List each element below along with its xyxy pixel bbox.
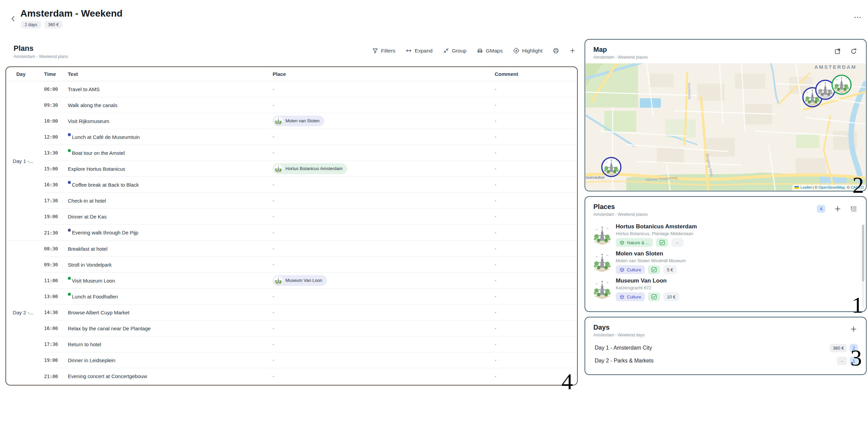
plan-comment-cell[interactable]: -: [495, 357, 577, 363]
more-options-icon[interactable]: ⋯: [854, 13, 862, 22]
plan-row[interactable]: 13:30 Boat tour on the Amstel - -: [44, 145, 577, 161]
plan-time-cell[interactable]: 06:00: [44, 86, 68, 92]
plan-row[interactable]: 21:00 Evening concert at Concertgebouw -…: [44, 368, 577, 384]
plan-time-cell[interactable]: 19:00: [44, 357, 68, 363]
place-chip[interactable]: Molen van Sloten: [273, 116, 324, 126]
plan-place-cell[interactable]: -: [273, 102, 495, 108]
plan-place-cell[interactable]: Hortus Botanicus Amsterdam: [273, 163, 495, 174]
plan-text-cell[interactable]: Boat tour on the Amstel: [68, 150, 273, 156]
filters-button[interactable]: Filters: [372, 47, 395, 54]
plan-time-cell[interactable]: 16:00: [44, 326, 68, 331]
plan-comment-cell[interactable]: -: [495, 102, 577, 108]
plan-row[interactable]: 09:30 Walk along the canals - -: [44, 97, 577, 113]
place-list-item[interactable]: Museum Van Loon Keizersgracht 672 Cultur…: [585, 276, 866, 303]
plan-row[interactable]: 10:00 Visit Rijksmuseum Molen van Sloten…: [44, 113, 577, 129]
plan-comment-cell[interactable]: -: [495, 213, 577, 220]
plan-time-cell[interactable]: 17:30: [44, 341, 68, 347]
plan-comment-cell[interactable]: -: [495, 325, 577, 331]
plan-row[interactable]: 14:30 Browse Albert Cuyp Market - -: [44, 305, 577, 320]
plan-comment-cell[interactable]: -: [495, 118, 577, 124]
refresh-icon[interactable]: [850, 48, 857, 55]
plan-time-cell[interactable]: 09:30: [44, 262, 68, 267]
plan-text-cell[interactable]: Dinner in Leidseplein: [68, 357, 273, 363]
plan-time-cell[interactable]: 16:30: [44, 182, 68, 187]
plan-comment-cell[interactable]: -: [495, 341, 577, 347]
place-list-item[interactable]: Molen van Sloten Molen van Sloten Windmi…: [585, 249, 866, 276]
plan-row[interactable]: 17:30 Return to hotel - -: [44, 336, 577, 352]
plan-place-cell[interactable]: -: [273, 357, 495, 363]
plan-comment-cell[interactable]: -: [495, 182, 577, 188]
plan-place-cell[interactable]: Museum Van Loon: [273, 275, 495, 286]
plan-place-cell[interactable]: -: [273, 262, 495, 268]
plan-row[interactable]: 09:30 Stroll in Vondelpark - -: [44, 257, 577, 273]
plan-comment-cell[interactable]: -: [495, 134, 577, 140]
add-day-icon[interactable]: [850, 326, 857, 333]
highlight-button[interactable]: Highlight: [513, 47, 542, 54]
plan-text-cell[interactable]: Walk along the canals: [68, 102, 273, 108]
day-group-label[interactable]: Day 1 -...: [6, 81, 40, 241]
plan-time-cell[interactable]: 19:00: [44, 214, 68, 219]
plan-time-cell[interactable]: 13:30: [44, 150, 68, 155]
plan-row[interactable]: 15:00 Explore Hortus Botanicus Hortus Bo…: [44, 161, 577, 177]
plan-time-cell[interactable]: 14:30: [44, 310, 68, 315]
category-chip[interactable]: Culture: [616, 265, 645, 274]
back-button[interactable]: [8, 14, 18, 24]
plan-text-cell[interactable]: Evening concert at Concertgebouw: [68, 373, 273, 379]
group-button[interactable]: Group: [443, 47, 467, 54]
plan-text-cell[interactable]: Visit Rijksmuseum: [68, 118, 273, 124]
plan-comment-cell[interactable]: -: [495, 198, 577, 204]
plan-text-cell[interactable]: Browse Albert Cuyp Market: [68, 310, 273, 315]
plan-time-cell[interactable]: 11:00: [44, 278, 68, 283]
plan-time-cell[interactable]: 21:00: [44, 374, 68, 379]
plan-text-cell[interactable]: Lunch at Café de Museumtuin: [68, 134, 273, 140]
plan-text-cell[interactable]: Coffee break at Back to Black: [68, 182, 273, 188]
plan-time-cell[interactable]: 17:30: [44, 198, 68, 203]
list-checks-icon[interactable]: [850, 205, 857, 212]
plan-place-cell[interactable]: -: [273, 150, 495, 156]
plan-place-cell[interactable]: -: [273, 198, 495, 204]
plan-row[interactable]: 19:00 Dinner at De Kas - -: [44, 209, 577, 225]
plan-place-cell[interactable]: -: [273, 134, 495, 140]
plan-time-cell[interactable]: 13:00: [44, 294, 68, 299]
plan-row[interactable]: 16:00 Relax by the canal near De Plantag…: [44, 320, 577, 336]
plan-place-cell[interactable]: -: [273, 230, 495, 236]
plan-row[interactable]: 19:00 Dinner in Leidseplein - -: [44, 352, 577, 368]
visited-checkbox[interactable]: [648, 292, 660, 301]
plan-text-cell[interactable]: Travel to AMS: [68, 86, 273, 92]
plan-row[interactable]: 06:00 Travel to AMS - -: [44, 81, 577, 97]
plan-place-cell[interactable]: -: [273, 325, 495, 331]
day-list-item[interactable]: Day 1 - Amsterdam City 360 € 2: [585, 341, 866, 354]
plan-place-cell[interactable]: -: [273, 246, 495, 252]
plan-comment-cell[interactable]: -: [495, 230, 577, 236]
plan-row[interactable]: 11:00 Visit Museum Loon Museum Van Loon …: [44, 273, 577, 289]
plan-place-cell[interactable]: -: [273, 182, 495, 188]
plan-place-cell[interactable]: -: [273, 341, 495, 347]
plan-text-cell[interactable]: Stroll in Vondelpark: [68, 262, 273, 268]
plan-text-cell[interactable]: Visit Museum Loon: [68, 278, 273, 284]
plan-row[interactable]: 21:30 Evening walk through De Pijp - -: [44, 225, 577, 241]
place-chip[interactable]: Hortus Botanicus Amsterdam: [273, 163, 347, 174]
plan-time-cell[interactable]: 09:30: [44, 102, 68, 108]
plan-place-cell[interactable]: -: [273, 373, 495, 379]
plan-place-cell[interactable]: Molen van Sloten: [273, 116, 495, 127]
plan-time-cell[interactable]: 08:30: [44, 246, 68, 251]
category-chip[interactable]: Culture: [616, 292, 645, 301]
plan-row[interactable]: 16:30 Coffee break at Back to Black - -: [44, 177, 577, 193]
visited-checkbox[interactable]: [656, 238, 668, 247]
day-list-item[interactable]: Day 2 - Parks & Markets - 1: [585, 354, 866, 367]
plan-place-cell[interactable]: -: [273, 309, 495, 315]
plan-time-cell[interactable]: 15:00: [44, 166, 68, 171]
plan-text-cell[interactable]: Explore Hortus Botanicus: [68, 166, 273, 172]
category-chip[interactable]: Nature & ...: [616, 238, 653, 247]
plan-comment-cell[interactable]: -: [495, 150, 577, 156]
plan-row[interactable]: 12:00 Lunch at Café de Museumtuin - -: [44, 129, 577, 145]
plan-comment-cell[interactable]: -: [495, 277, 577, 284]
plan-time-cell[interactable]: 10:00: [44, 118, 68, 124]
plan-text-cell[interactable]: Dinner at De Kas: [68, 214, 273, 220]
gmaps-button[interactable]: GMaps: [477, 47, 503, 54]
plan-place-cell[interactable]: -: [273, 293, 495, 299]
plan-comment-cell[interactable]: -: [495, 166, 577, 172]
attribution-link[interactable]: Leaflet: [801, 185, 812, 189]
plan-text-cell[interactable]: Return to hotel: [68, 341, 273, 347]
plus-button[interactable]: [569, 47, 576, 54]
